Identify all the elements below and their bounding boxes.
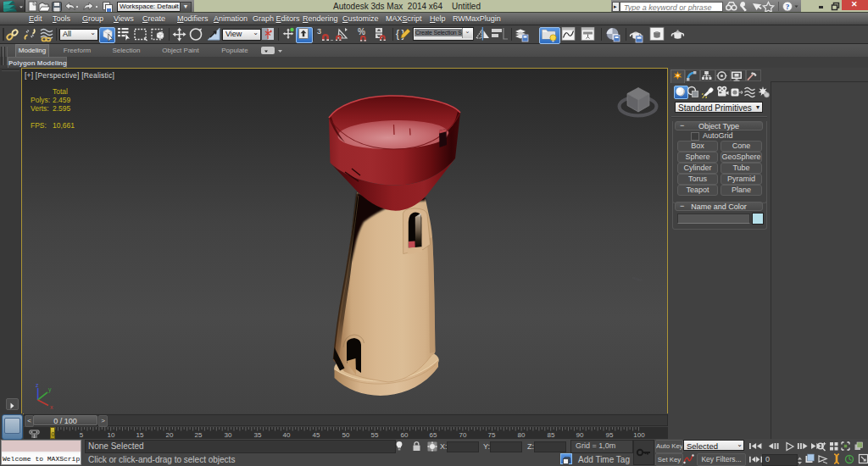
svg-text:10: 10 — [108, 431, 115, 439]
svg-text:3: 3 — [317, 27, 321, 36]
svg-text:z: z — [36, 382, 39, 388]
svg-text:5: 5 — [80, 431, 84, 439]
svg-text:45: 45 — [313, 431, 320, 439]
svg-text:?: ? — [786, 3, 790, 11]
svg-text:40: 40 — [283, 431, 291, 439]
svg-text:80: 80 — [518, 431, 526, 439]
svg-text:35: 35 — [254, 431, 262, 439]
svg-text:65: 65 — [430, 431, 437, 439]
svg-text:70: 70 — [459, 431, 467, 439]
svg-text:20: 20 — [166, 431, 174, 439]
svg-text:30: 30 — [225, 431, 232, 439]
svg-text:100: 100 — [633, 431, 645, 439]
svg-text:x: x — [50, 404, 53, 410]
svg-text:85: 85 — [548, 431, 555, 439]
svg-text:y: y — [48, 386, 52, 393]
svg-text:FRONT: FRONT — [632, 276, 643, 283]
svg-text:25: 25 — [195, 431, 203, 439]
svg-text:%: % — [358, 27, 365, 36]
svg-text:90: 90 — [576, 431, 584, 439]
svg-text:15: 15 — [136, 431, 144, 439]
svg-text:75: 75 — [488, 431, 496, 439]
svg-text:95: 95 — [606, 431, 614, 439]
svg-text:60: 60 — [401, 431, 409, 439]
svg-text:55: 55 — [371, 431, 379, 439]
svg-text:50: 50 — [342, 431, 350, 439]
